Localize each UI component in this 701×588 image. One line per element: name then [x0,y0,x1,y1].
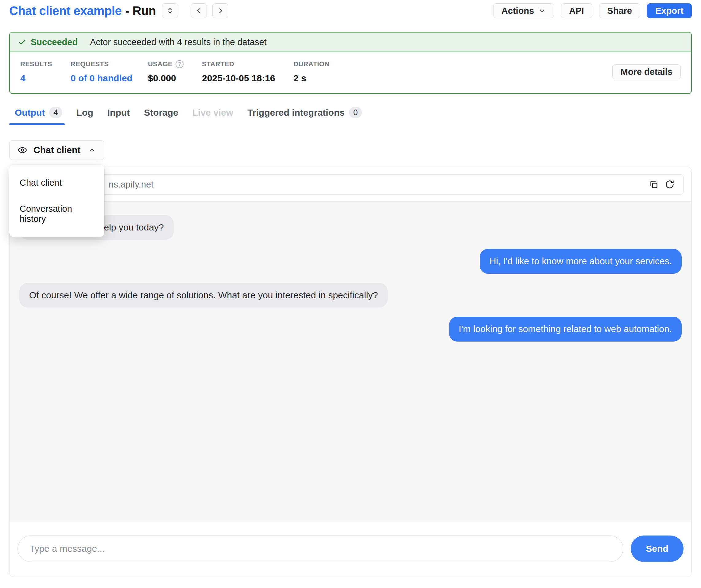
next-run-button[interactable] [212,3,228,18]
embed-url-actions [649,180,675,189]
stat-usage-value: $0.000 [148,73,202,83]
share-button-label: Share [608,6,632,16]
run-tabs: Output 4 Log Input Storage Live view Tri… [9,107,692,125]
stat-duration-value: 2 s [293,73,329,83]
run-navigation [191,3,228,18]
chat-client-panel: ns.apify.net Hello! How can I help you t… [9,167,692,577]
api-button[interactable]: API [561,3,592,18]
tab-log-label: Log [76,107,93,118]
chevron-down-icon [538,7,546,14]
chat-composer: Send [10,521,691,576]
run-title-suffix: - Run [125,4,156,17]
stat-usage-label-text: USAGE [148,60,173,68]
output-view-selector-wrap: Chat client Chat client Conversation his… [9,140,104,160]
eye-icon [17,145,27,155]
api-button-label: API [569,6,584,16]
stat-requests-value[interactable]: 0 of 0 handled [70,73,148,83]
chat-message-user: Hi, I'd like to know more about your ser… [480,249,682,273]
usage-info-icon[interactable]: ? [176,60,184,68]
header: Chat client example- Run Actions [9,3,692,18]
tab-output-badge: 4 [49,107,62,118]
tab-storage[interactable]: Storage [144,107,178,124]
stat-usage-label: USAGE ? [148,60,202,68]
chevron-up-icon [88,146,96,154]
output-view-selector-label: Chat client [33,145,80,155]
stat-usage: USAGE ? $0.000 [148,60,202,83]
chevron-right-icon [216,7,224,15]
stat-duration-label: DURATION [293,60,329,68]
stat-requests-label: REQUESTS [70,60,148,68]
share-button[interactable]: Share [599,3,641,18]
run-page: Chat client example- Run Actions [0,0,701,577]
stat-duration: DURATION 2 s [293,60,329,83]
actions-button[interactable]: Actions [493,3,554,18]
embed-url-bar: ns.apify.net [17,174,684,195]
previous-run-button[interactable] [191,3,207,18]
chevron-left-icon [195,7,203,15]
copy-icon[interactable] [649,180,659,189]
status-banner: Succeeded Actor succeeded with 4 results… [10,32,691,52]
menu-item-chat-client[interactable]: Chat client [9,170,104,196]
chat-message-bot: Of course! We offer a wide range of solu… [19,283,388,307]
chat-message-user: I'm looking for something related to web… [449,317,682,341]
actor-name-link[interactable]: Chat client example [9,4,122,17]
send-button[interactable]: Send [631,536,684,562]
run-stats: RESULTS 4 REQUESTS 0 of 0 handled USAGE … [10,52,691,93]
tab-live-view: Live view [192,107,233,124]
stat-started: STARTED 2025-10-05 18:16 [202,60,293,83]
stat-started-label: STARTED [202,60,293,68]
actions-button-label: Actions [501,6,534,16]
export-button-label: Export [655,6,684,16]
status-message: Actor succeeded with 4 results in the da… [90,37,266,47]
output-view-dropdown: Chat client Conversation history [9,165,104,237]
export-button[interactable]: Export [647,3,692,18]
page-title: Chat client example- Run [9,4,156,18]
chat-message-input[interactable] [17,536,623,562]
tab-triggered-integrations[interactable]: Triggered integrations 0 [247,107,362,125]
tab-output[interactable]: Output 4 [15,107,62,125]
stat-results-value[interactable]: 4 [20,73,70,83]
check-icon [18,38,26,46]
send-button-label: Send [646,544,668,554]
stat-requests: REQUESTS 0 of 0 handled [70,60,148,83]
tab-output-label: Output [15,107,45,118]
stat-started-value: 2025-10-05 18:16 [202,73,293,83]
embed-url-text: ns.apify.net [26,180,649,190]
tab-input-label: Input [107,107,130,118]
tab-log[interactable]: Log [76,107,93,124]
tab-triggered-integrations-label: Triggered integrations [247,107,345,118]
status-badge-label: Succeeded [31,37,78,47]
status-badge: Succeeded [18,37,78,47]
more-details-label: More details [621,67,672,77]
tab-live-view-label: Live view [192,107,233,118]
tab-storage-label: Storage [144,107,178,118]
tab-input[interactable]: Input [107,107,130,124]
menu-item-conversation-history[interactable]: Conversation history [9,196,104,232]
stat-results: RESULTS 4 [20,60,70,83]
run-status-card: Succeeded Actor succeeded with 4 results… [9,32,692,94]
run-selector-button[interactable] [162,3,178,18]
output-view-selector-button[interactable]: Chat client [9,140,104,160]
sort-icon [166,7,174,15]
tab-triggered-integrations-badge: 0 [349,107,362,118]
chat-message-list: Hello! How can I help you today? Hi, I'd… [10,201,691,521]
stat-results-label: RESULTS [20,60,70,68]
more-details-button[interactable]: More details [612,64,681,79]
refresh-icon[interactable] [665,180,675,189]
